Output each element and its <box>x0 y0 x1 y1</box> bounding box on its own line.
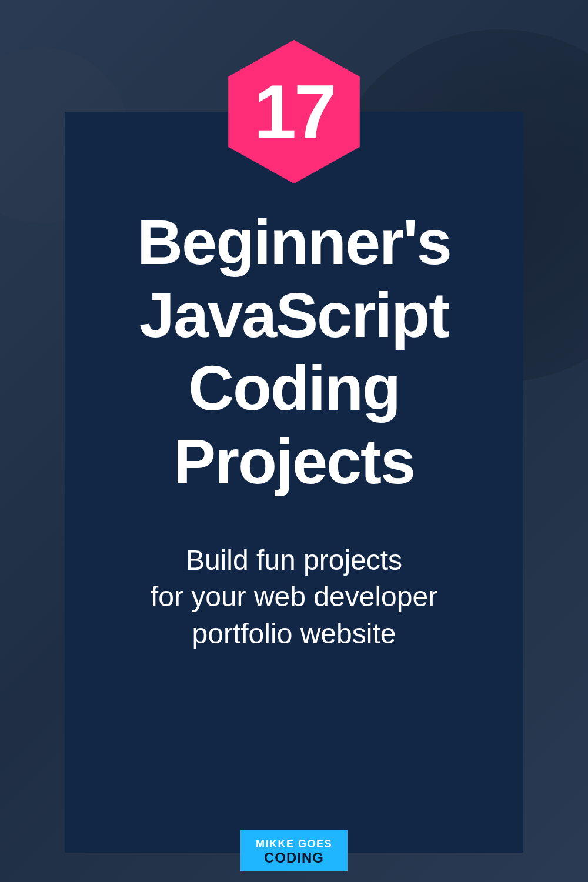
content-card: Beginner'sJavaScriptCodingProjects Build… <box>65 112 523 853</box>
subtitle: Build fun projectsfor your web developer… <box>151 542 437 652</box>
logo-badge: MIKKE GOES CODING <box>240 830 348 871</box>
hexagon-badge: 17 <box>218 35 370 188</box>
logo-line-1: MIKKE GOES <box>256 838 332 849</box>
main-title: Beginner'sJavaScriptCodingProjects <box>137 206 451 498</box>
logo-line-2: CODING <box>264 850 324 866</box>
hexagon-number: 17 <box>254 68 335 156</box>
